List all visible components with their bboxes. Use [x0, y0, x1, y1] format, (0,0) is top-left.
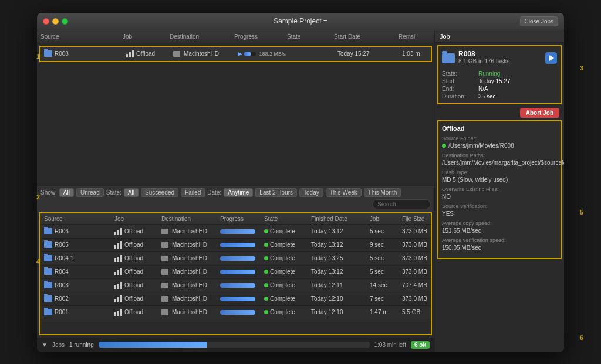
- hd-icon: MacintoshHD: [161, 228, 215, 234]
- date-label: Date:: [207, 189, 221, 196]
- filter-today-btn[interactable]: Today: [299, 188, 323, 197]
- time-left: 1:03 min left: [374, 342, 406, 348]
- history-rows: R006 Offload MacintoshHD: [40, 225, 431, 319]
- hist-source: R006: [42, 227, 112, 236]
- main-window: Sample Project = Close Jobs Source Job D…: [36, 12, 565, 352]
- offload-icon: Offload: [114, 282, 157, 289]
- source-folder-field: Source Folder: /Users/jmm/Movies/R008: [442, 135, 557, 149]
- offload-title: Offload: [442, 125, 557, 132]
- hist-finished: Today 13:12: [309, 267, 367, 276]
- hist-state: Complete: [262, 227, 309, 236]
- folder-icon: [44, 228, 52, 234]
- hd-icon: MacintoshHD: [161, 241, 215, 248]
- hist-finished: Today 13:12: [309, 240, 367, 249]
- filter-last2-btn[interactable]: Last 2 Hours: [255, 188, 297, 197]
- hist-col-progress: Progress: [217, 215, 261, 223]
- filter-failed-btn[interactable]: Failed: [181, 188, 205, 197]
- folder-icon: [44, 295, 52, 302]
- hist-filesize: 373.0 MB: [400, 254, 432, 263]
- hist-job: Offload: [112, 294, 159, 304]
- hist-job: Offload: [112, 240, 159, 250]
- hist-filesize: 373.0 MB: [400, 227, 432, 236]
- history-row[interactable]: R001 Offload MacintoshHD: [40, 306, 431, 319]
- window-title: Sample Project =: [274, 17, 327, 25]
- hist-state: Complete: [262, 254, 309, 263]
- hist-job: Offload: [112, 267, 159, 277]
- hist-finished: Today 12:11: [309, 281, 367, 290]
- hist-progress: [218, 241, 262, 249]
- hist-progress: [218, 255, 262, 262]
- offload-icon: Offload: [126, 50, 168, 57]
- hd-icon: MacintoshHD: [161, 282, 215, 288]
- hist-finished: Today 12:10: [309, 308, 367, 317]
- filter-state-all-btn[interactable]: All: [124, 188, 139, 197]
- status-dot: [264, 310, 268, 314]
- history-row[interactable]: R002 Offload MacintoshHD: [40, 292, 431, 306]
- avg-copy-value: 151.65 MB/sec: [442, 227, 557, 234]
- abort-job-button[interactable]: Abort Job: [520, 108, 559, 118]
- minimize-button[interactable]: [52, 18, 59, 25]
- offload-icon: Offload: [114, 228, 157, 235]
- history-row[interactable]: R003 Offload MacintoshHD: [40, 279, 431, 292]
- hist-col-job: Job: [111, 215, 158, 223]
- avg-copy-label: Average copy speed:: [442, 220, 557, 226]
- annotation-2: 2: [36, 193, 40, 200]
- history-row[interactable]: R004 1 Offload MacintoshHD: [40, 252, 431, 266]
- hist-state: Complete: [262, 294, 309, 303]
- hash-type-label: Hash Type:: [442, 169, 557, 175]
- left-panel: Source Job Destination Progress State St…: [37, 30, 435, 352]
- hist-progress: [218, 268, 262, 275]
- annotation-3: 3: [580, 64, 583, 72]
- running-job-row[interactable]: R008 Offload: [40, 47, 431, 61]
- close-button[interactable]: [43, 18, 49, 25]
- filter-succeeded-btn[interactable]: Succeeded: [141, 188, 178, 197]
- annotation-4: 4: [36, 258, 40, 265]
- hist-col-job2: Job: [366, 215, 399, 223]
- hist-filesize: 707.4 MB: [400, 281, 432, 290]
- job-name: R008: [458, 50, 542, 58]
- hist-state: Complete: [262, 281, 309, 290]
- offload-section: Offload Source Folder: /Users/jmm/Movies…: [437, 120, 562, 259]
- right-panel: Job R008 8.1 GB in 176 tasks: [435, 30, 564, 352]
- right-section-title: Job: [435, 30, 564, 43]
- hd-icon: MacintoshHD: [161, 268, 215, 275]
- end-value: N/A: [478, 86, 557, 92]
- main-content: Source Job Destination Progress State St…: [37, 30, 564, 352]
- source-verify-value: YES: [442, 210, 557, 217]
- running-destination: MacintoshHD: [171, 49, 235, 58]
- offload-icon: Offload: [114, 309, 157, 316]
- hd-icon: MacintoshHD: [161, 309, 215, 315]
- hist-progress: [218, 228, 262, 235]
- hist-finished: Today 13:12: [309, 227, 367, 236]
- filter-anytime-btn[interactable]: Anytime: [224, 188, 253, 197]
- running-duration: 1:03 m: [400, 49, 435, 58]
- history-row[interactable]: R006 Offload MacintoshHD: [40, 225, 431, 239]
- hist-filesize: 373.0 MB: [400, 240, 432, 249]
- source-status-dot: [442, 144, 446, 148]
- hist-finished: Today 13:25: [309, 254, 367, 263]
- close-jobs-button[interactable]: Close Jobs: [520, 16, 558, 26]
- col-state: State: [283, 32, 330, 41]
- maximize-button[interactable]: [62, 18, 68, 25]
- hd-icon: MacintoshHD: [161, 295, 215, 302]
- status-dot: [264, 283, 268, 287]
- filter-thisweek-btn[interactable]: This Week: [326, 188, 362, 197]
- folder-icon: [44, 282, 52, 288]
- filter-thismonth-btn[interactable]: This Month: [364, 188, 401, 197]
- running-state: [288, 53, 335, 55]
- filter-unread-btn[interactable]: Unread: [76, 188, 104, 197]
- hist-progress: [218, 309, 262, 316]
- hist-col-state: State: [261, 215, 308, 223]
- job-folder-icon: [442, 53, 455, 63]
- hist-source: R003: [42, 281, 112, 290]
- filter-search-input[interactable]: [372, 199, 431, 209]
- hist-filesize: 373.0 MB: [400, 294, 432, 303]
- filter-all-btn[interactable]: All: [59, 188, 74, 197]
- status-dot: [264, 270, 268, 274]
- history-row[interactable]: R005 Offload MacintoshHD: [40, 239, 431, 252]
- hd-icon: MacintoshHD: [173, 50, 233, 57]
- history-row[interactable]: R004 Offload MacintoshHD: [40, 266, 431, 279]
- status-dot: [264, 229, 268, 233]
- dest-paths-field: Destination Paths: /Users/jmm/Movies/mar…: [442, 152, 557, 166]
- play-button[interactable]: [545, 52, 557, 64]
